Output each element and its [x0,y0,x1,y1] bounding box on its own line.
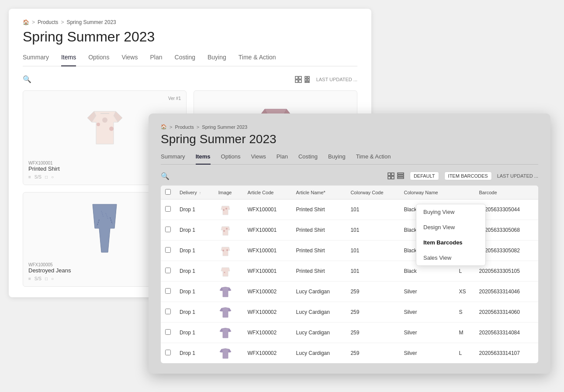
delivery-col-header[interactable]: Delivery ↑ [175,186,214,199]
tab-timeaction-front[interactable]: Time & Action [356,153,391,164]
toolbar-right-back: LAST UPDATED ... [294,76,357,83]
row-checkbox[interactable] [165,227,171,232]
page-title-front: Spring Summer 2023 [161,132,538,146]
tab-costing-back[interactable]: Costing [175,54,195,66]
cell-size: XS [454,282,474,302]
barcode-col-header[interactable]: Barcode [475,186,538,199]
products-link-front[interactable]: Products [175,124,194,130]
row-checkbox[interactable] [165,268,171,273]
image-col-header: Image [214,186,243,199]
cell-colorway-name: Silver [399,323,454,343]
breadcrumb-back: 🏠 > Products > Spring Summer 2023 [23,19,357,25]
colorway-name-col-header[interactable]: Colorway Name [399,186,454,199]
tab-views-back[interactable]: Views [121,54,138,66]
barcodes-badge[interactable]: ITEM BARCODES [444,172,492,180]
svg-rect-7 [308,79,309,81]
row-checkbox[interactable] [165,309,171,314]
cell-article-code: WFX100002 [243,343,291,364]
dropdown-item-barcodes[interactable]: Item Barcodes [416,235,485,250]
svg-rect-2 [295,80,298,83]
home-icon-back[interactable]: 🏠 [23,19,29,25]
tab-costing-front[interactable]: Costing [298,153,318,164]
article-name-col-header[interactable]: Article Name* [292,186,346,199]
svg-rect-27 [398,173,404,174]
cell-image [214,282,243,302]
cell-image [214,343,243,364]
cell-delivery: Drop 1 [175,261,214,282]
views-dropdown[interactable]: Buying View Design View Item Barcodes Sa… [416,204,486,266]
svg-rect-29 [398,177,404,179]
svg-rect-28 [398,175,404,176]
cell-colorway-code: 101 [346,261,399,282]
cell-colorway-code: 259 [346,323,399,343]
tab-items-back[interactable]: Items [61,54,76,66]
tab-summary-front[interactable]: Summary [161,153,185,164]
select-all-checkbox[interactable] [165,189,171,195]
table-row[interactable]: Drop 1 WFX100002 Lucy Cardigan 259 Silve… [161,302,538,323]
table-row[interactable]: Drop 1 WFX100002 Lucy Cardigan 259 Silve… [161,323,538,343]
cell-size: M [454,323,474,343]
search-icon-front[interactable]: 🔍 [161,172,170,180]
svg-point-15 [109,127,114,131]
cell-colorway-name: Silver [399,343,454,364]
tab-buying-front[interactable]: Buying [328,153,346,164]
size-col-header[interactable] [454,186,474,199]
tab-options-front[interactable]: Options [221,153,241,164]
tab-options-back[interactable]: Options [88,54,109,66]
cell-image [214,241,243,261]
dropdown-design-view[interactable]: Design View [416,220,485,235]
svg-rect-1 [299,76,301,79]
svg-rect-23 [388,173,391,175]
cell-colorway-code: 259 [346,302,399,323]
dropdown-sales-view[interactable]: Sales View [416,250,485,265]
cell-article-name: Lucy Cardigan [292,343,346,364]
season-link-back[interactable]: Spring Summer 2023 [66,19,116,25]
home-icon-front[interactable]: 🏠 [161,124,167,130]
row-checkbox[interactable] [165,247,171,253]
toolbar-back: 🔍 LAST UPDATED ... [23,75,357,83]
row-checkbox[interactable] [165,206,171,212]
svg-rect-26 [391,176,394,179]
view-toggle-front [387,172,405,180]
cell-size: L [454,343,474,364]
cell-article-name: Lucy Cardigan [292,282,346,302]
tab-plan-front[interactable]: Plan [277,153,288,164]
cell-barcode: 20205633314060 [475,302,538,323]
svg-point-35 [226,228,228,230]
article-code-col-header[interactable]: Article Code [243,186,291,199]
dropdown-buying-view[interactable]: Buying View [416,204,485,220]
cell-image [214,323,243,343]
products-link-back[interactable]: Products [38,19,58,25]
colorway-code-col-header[interactable]: Colorway Code [346,186,399,199]
tab-buying-back[interactable]: Buying [208,54,226,66]
cell-colorway-code: 259 [346,282,399,302]
table-row[interactable]: Drop 1 WFX100002 Lucy Cardigan 259 Silve… [161,343,538,364]
select-all-col[interactable] [161,186,175,199]
svg-rect-25 [388,176,391,179]
row-checkbox[interactable] [165,350,171,355]
tab-plan-back[interactable]: Plan [150,54,162,66]
tab-items-front[interactable]: Items [196,153,211,164]
cell-article-code: WFX100002 [243,302,291,323]
list-view-icon-back[interactable] [304,76,312,83]
svg-rect-6 [305,79,307,81]
tab-views-front[interactable]: Views [251,153,266,164]
cell-delivery: Drop 1 [175,199,214,220]
search-icon-back[interactable]: 🔍 [23,75,31,83]
table-row[interactable]: Drop 1 WFX100002 Lucy Cardigan 259 Silve… [161,282,538,302]
list-view-icon-front[interactable] [397,172,405,180]
tab-summary-back[interactable]: Summary [23,54,49,66]
grid-view-icon-back[interactable] [294,76,302,83]
cell-article-code: WFX100002 [243,282,291,302]
grid-view-icon-front[interactable] [387,172,395,180]
cell-article-code: WFX100001 [243,199,291,220]
cell-article-name: Printed Shirt [292,241,346,261]
row-checkbox[interactable] [165,329,171,335]
tab-timeaction-back[interactable]: Time & Action [239,54,276,66]
season-link-front[interactable]: Spring Summer 2023 [202,124,247,130]
cell-delivery: Drop 1 [175,302,214,323]
toolbar-front: 🔍 DEFAULT ITEM BARCODES LAST UPDATED ... [161,172,538,180]
table-header-row: Delivery ↑ Image Article Code Article Na… [161,186,538,199]
row-checkbox[interactable] [165,288,171,294]
view-toggle-back [294,76,312,83]
